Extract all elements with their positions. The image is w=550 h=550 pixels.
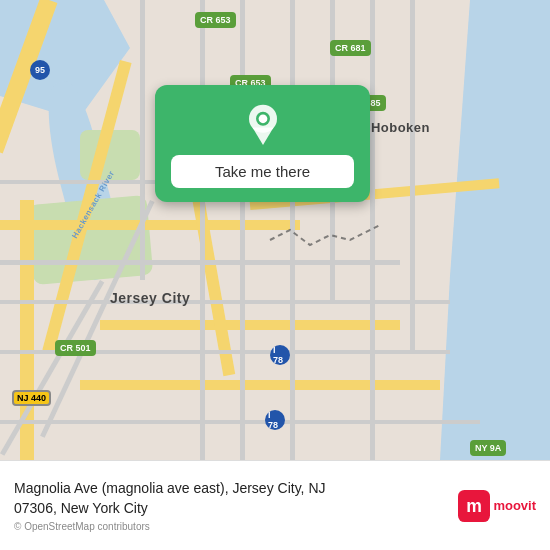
sroad-2 <box>140 0 145 280</box>
map-view[interactable]: CR 653CR 681CR 653CR 68595CR 501NJ 440I … <box>0 0 550 460</box>
address-line1: Magnolia Ave (magnolia ave east), Jersey… <box>14 480 326 496</box>
sroad-4 <box>240 0 245 460</box>
address-line2: 07306, New York City <box>14 500 148 516</box>
road-h1 <box>0 220 300 230</box>
take-me-there-button[interactable]: Take me there <box>171 155 354 188</box>
route-badge-i78: I 78 <box>270 345 290 365</box>
sroad-8 <box>0 300 450 304</box>
route-badge-cr501: CR 501 <box>55 340 96 356</box>
attribution-text: © OpenStreetMap contributors <box>14 521 448 532</box>
sroad-3 <box>200 0 205 460</box>
road-h3 <box>80 380 440 390</box>
route-badge-ny9a: NY 9A <box>470 440 506 456</box>
popup-card: Take me there <box>155 85 370 202</box>
road-h2 <box>100 320 400 330</box>
route-badge-i95: 95 <box>30 60 50 80</box>
route-path <box>270 210 390 290</box>
bottom-bar: Magnolia Ave (magnolia ave east), Jersey… <box>0 460 550 550</box>
svg-point-3 <box>258 114 267 123</box>
svg-marker-2 <box>252 128 273 146</box>
sroad-12 <box>410 0 415 350</box>
sroad-10 <box>0 420 480 424</box>
route-badge-cr653_top: CR 653 <box>195 12 236 28</box>
location-pin-icon <box>242 103 284 145</box>
app-container: CR 653CR 681CR 653CR 68595CR 501NJ 440I … <box>0 0 550 550</box>
moovit-text: moovit <box>493 498 536 513</box>
route-badge-i78b: I 78 <box>265 410 285 430</box>
bottom-text: Magnolia Ave (magnolia ave east), Jersey… <box>14 479 448 531</box>
route-badge-cr681: CR 681 <box>330 40 371 56</box>
route-badge-nj440: NJ 440 <box>12 390 51 406</box>
moovit-icon: m <box>458 490 490 522</box>
address-text: Magnolia Ave (magnolia ave east), Jersey… <box>14 479 448 518</box>
svg-text:m: m <box>467 496 483 516</box>
moovit-logo: m moovit <box>458 490 536 522</box>
